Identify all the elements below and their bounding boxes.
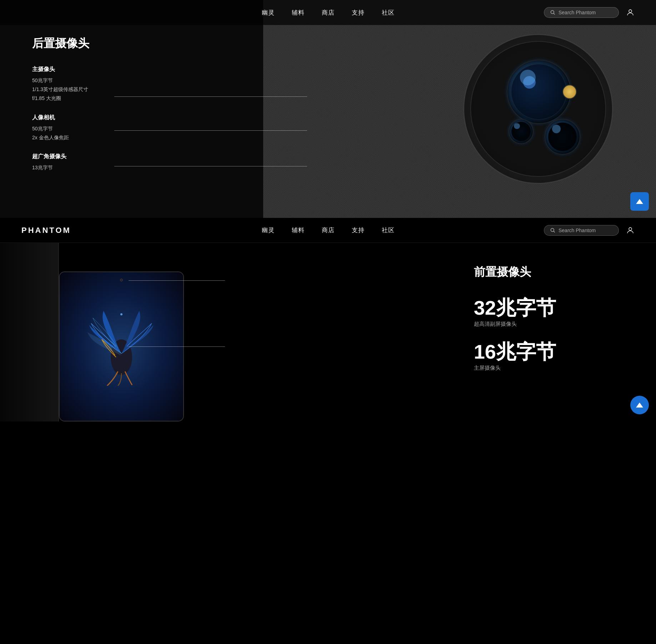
svg-point-0 xyxy=(551,10,554,14)
phantom-logo: PHANTOM xyxy=(21,226,71,235)
nav-link-shangdian[interactable]: 商店 xyxy=(322,9,335,17)
front-camera-text: 前置摄像头 32兆字节 超高清副屏摄像头 16兆字节 主屏摄像头 xyxy=(474,264,556,386)
camera-inner xyxy=(470,41,606,177)
search-icon-2 xyxy=(550,228,556,233)
camera-ring xyxy=(463,34,613,184)
ultrawide-cam-label: 超广角摄像头 xyxy=(32,153,89,160)
scroll-top-btn-2[interactable] xyxy=(630,396,649,414)
svg-line-1 xyxy=(554,13,555,15)
main-cam-spec-0: 50兆字节 xyxy=(32,76,89,85)
main-cam-group: 主摄像头 50兆字节 1/1.3英寸超级传感器尺寸 f/1.85 大光圈 xyxy=(32,66,89,103)
main-screen-group: 16兆字节 主屏摄像头 xyxy=(474,342,556,371)
ultrawide-cam-spec-0: 13兆字节 xyxy=(32,163,89,172)
svg-line-5 xyxy=(554,231,555,233)
ultrawide-lens xyxy=(509,119,534,144)
flash xyxy=(562,85,577,99)
main-screen-mp: 16兆字节 xyxy=(474,342,556,362)
front-camera-section: 前置摄像头 32兆字节 超高清副屏摄像头 16兆字节 主屏摄像头 xyxy=(0,243,656,421)
portrait-cam-spec-0: 50兆字节 xyxy=(32,124,89,133)
svg-point-4 xyxy=(551,228,554,231)
main-lens xyxy=(507,60,571,124)
nav2-link-zhichi[interactable]: 支持 xyxy=(352,226,365,234)
portrait-lens xyxy=(545,119,580,155)
portrait-cam-group: 人像相机 50兆字节 2x 金色人像焦距 xyxy=(32,114,89,142)
svg-point-2 xyxy=(629,10,632,13)
nav2-link-youling[interactable]: 幽灵 xyxy=(262,226,275,234)
svg-point-8 xyxy=(120,313,122,315)
sub-screen-group: 32兆字节 超高清副屏摄像头 xyxy=(474,298,556,328)
nav-link-zhichi[interactable]: 支持 xyxy=(352,9,365,17)
nav2-link-fuliao[interactable]: 辅料 xyxy=(292,226,305,234)
nav2-right: Search Phantom xyxy=(544,225,635,236)
nav-right: Search Phantom xyxy=(544,7,635,18)
nav2-link-shequ[interactable]: 社区 xyxy=(382,226,395,234)
phone-back-image xyxy=(263,0,656,218)
phone-fold-left xyxy=(0,243,59,421)
sub-screen-mp: 32兆字节 xyxy=(474,298,556,318)
rear-camera-title: 后置摄像头 xyxy=(32,36,89,51)
top-navbar: 幽灵 辅料 商店 支持 社区 Search Phantom xyxy=(0,0,656,25)
nav2-link-shangdian[interactable]: 商店 xyxy=(322,226,335,234)
svg-point-6 xyxy=(629,228,632,230)
user-icon-top[interactable] xyxy=(626,8,635,17)
user-icon-2[interactable] xyxy=(626,226,635,235)
main-cam-label: 主摄像头 xyxy=(32,66,89,73)
nav-link-fuliao[interactable]: 辅料 xyxy=(292,9,305,17)
search-bar-2[interactable]: Search Phantom xyxy=(544,225,619,236)
main-cam-spec-1: 1/1.3英寸超级传感器尺寸 xyxy=(32,85,89,94)
search-placeholder-2: Search Phantom xyxy=(559,228,596,233)
sub-screen-label: 超高清副屏摄像头 xyxy=(474,321,556,328)
ultrawide-cam-group: 超广角摄像头 13兆字节 xyxy=(32,153,89,172)
selfie-cam-dot xyxy=(120,279,123,281)
scroll-top-btn-1[interactable] xyxy=(630,192,649,211)
phone-screen xyxy=(60,272,183,421)
arrow-up-icon-2 xyxy=(636,403,643,408)
phone-front-device xyxy=(0,243,221,421)
nav-links: 幽灵 辅料 商店 支持 社区 xyxy=(262,9,395,17)
portrait-cam-label: 人像相机 xyxy=(32,114,89,121)
rear-camera-text: 后置摄像头 主摄像头 50兆字节 1/1.3英寸超级传感器尺寸 f/1.85 大… xyxy=(32,36,89,183)
main-cam-spec-2: f/1.85 大光圈 xyxy=(32,94,89,103)
phoenix-graphic xyxy=(86,307,157,386)
phone-fold-right xyxy=(59,271,184,421)
portrait-cam-spec-1: 2x 金色人像焦距 xyxy=(32,133,89,142)
nav-link-youling[interactable]: 幽灵 xyxy=(262,9,275,17)
search-placeholder-top: Search Phantom xyxy=(559,10,596,15)
arrow-up-icon-1 xyxy=(636,199,643,204)
second-navbar: PHANTOM 幽灵 辅料 商店 支持 社区 Search Phantom xyxy=(0,218,656,243)
camera-module xyxy=(463,34,613,184)
search-icon xyxy=(550,10,556,15)
nav-link-shequ[interactable]: 社区 xyxy=(382,9,395,17)
search-bar-top[interactable]: Search Phantom xyxy=(544,7,619,18)
front-camera-title: 前置摄像头 xyxy=(474,264,556,280)
main-screen-label: 主屏摄像头 xyxy=(474,365,556,371)
rear-camera-section: 幽灵 辅料 商店 支持 社区 Search Phantom xyxy=(0,0,656,218)
